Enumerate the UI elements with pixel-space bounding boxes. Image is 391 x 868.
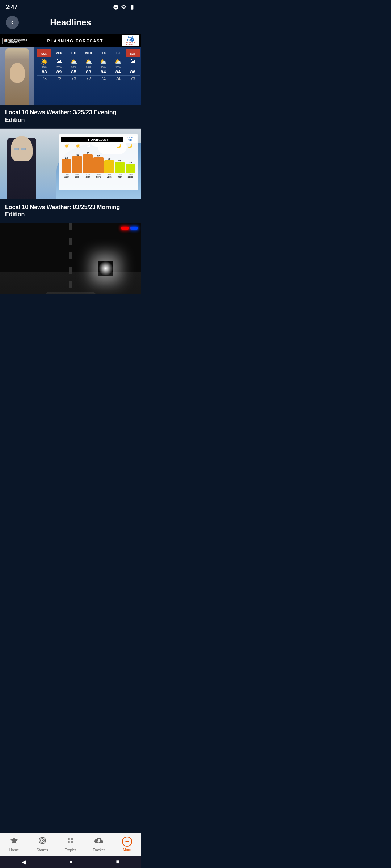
do-not-disturb-icon: [113, 4, 119, 10]
status-bar: 2:47: [0, 0, 141, 13]
news-thumbnail-2: FORECAST Local 10 ☀️ ☀️ 🌤 🌤 🌤 🌙 �: [0, 129, 141, 199]
forecast-title-label: PLANNING FORECAST: [47, 39, 103, 43]
planning-forecast-visual: 🪟 USA WINDOWS&DOORS PLANNING FORECAST Lo…: [0, 34, 141, 105]
news-thumbnail-1: 🪟 USA WINDOWS&DOORS PLANNING FORECAST Lo…: [0, 34, 141, 105]
news-item-2[interactable]: FORECAST Local 10 ☀️ ☀️ 🌤 🌤 🌤 🌙 �: [0, 129, 141, 224]
news-item-3[interactable]: ABC 123 DEVELOPING N: [0, 223, 141, 294]
back-button[interactable]: [6, 16, 19, 29]
battery-icon: [129, 4, 135, 10]
content-area: 🪟 USA WINDOWS&DOORS PLANNING FORECAST Lo…: [0, 34, 141, 323]
back-arrow-icon: [9, 20, 15, 25]
news-caption-2: Local 10 News Weather: 03/25/23 Morning …: [0, 199, 141, 223]
status-time: 2:47: [6, 4, 17, 10]
status-icons: [113, 4, 135, 10]
news-item-1[interactable]: 🪟 USA WINDOWS&DOORS PLANNING FORECAST Lo…: [0, 34, 141, 129]
header: Headlines: [0, 13, 141, 34]
news-thumbnail-3: ABC 123 DEVELOPING N: [0, 223, 141, 294]
page-title: Headlines: [19, 17, 122, 27]
news-caption-1: Local 10 News Weather: 3/25/23 Evening E…: [0, 105, 141, 128]
wifi-icon: [121, 4, 127, 10]
